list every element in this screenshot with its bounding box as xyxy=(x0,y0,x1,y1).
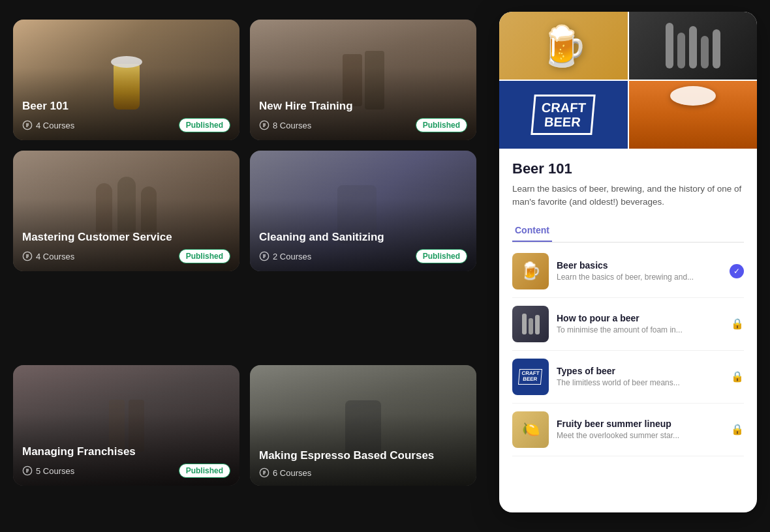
published-badge: Published xyxy=(179,464,230,478)
card-title: Beer 101 xyxy=(22,100,230,113)
card-title: Mastering Customer Service xyxy=(22,231,230,244)
lock-icon: 🔒 xyxy=(731,371,744,382)
card-espresso[interactable]: Making Espresso Based Courses 6 Courses xyxy=(250,365,476,486)
craft-beer-sign: CRAFTBEER xyxy=(531,95,596,135)
card-cleaning[interactable]: Cleaning and Sanitizing 2 Courses Publis… xyxy=(250,151,476,271)
lock-icon: 🔒 xyxy=(731,318,744,329)
courses-count: 2 Courses xyxy=(259,251,311,261)
content-item-desc: To minimise the amount of foam in... xyxy=(557,325,718,334)
card-footer: 6 Courses xyxy=(259,467,467,478)
courses-count: 5 Courses xyxy=(22,466,74,476)
bottom-card-row: Managing Franchises 5 Courses Published … xyxy=(13,365,476,486)
hero-image-craft-beer: CRAFTBEER xyxy=(499,81,628,149)
panel-tabs: Content xyxy=(512,220,744,243)
courses-count: 6 Courses xyxy=(259,467,311,478)
content-info: How to pour a beer To minimise the amoun… xyxy=(557,313,718,334)
courses-icon xyxy=(259,120,270,130)
craft-mini-sign: CRAFTBEER xyxy=(518,369,542,385)
courses-icon xyxy=(22,466,33,476)
panel-body: Beer 101 Learn the basics of beer, brewi… xyxy=(499,149,757,468)
published-badge: Published xyxy=(416,249,467,263)
content-item-name: Types of beer xyxy=(557,366,718,376)
published-badge: Published xyxy=(416,118,467,132)
card-footer: 4 Courses Published xyxy=(22,118,230,132)
panel-hero: 🍺 CRAFTBEER xyxy=(499,12,757,149)
thumb-beer-basics: 🍺 xyxy=(512,253,549,289)
content-list: 🍺 Beer basics Learn the basics of beer, … xyxy=(512,245,744,456)
content-item-types-of-beer[interactable]: CRAFTBEER Types of beer The limitless wo… xyxy=(512,351,744,404)
detail-panel: 🍺 CRAFTBEER Beer 101 Learn the basics of… xyxy=(499,12,757,512)
content-item-desc: The limitless world of beer means... xyxy=(557,378,718,387)
content-info: Fruity beer summer lineup Meet the overl… xyxy=(557,419,718,440)
published-badge: Published xyxy=(179,249,230,263)
check-icon: ✓ xyxy=(730,264,744,278)
beer-glass-emoji: 🍺 xyxy=(539,23,588,69)
content-item-name: Fruity beer summer lineup xyxy=(557,419,718,429)
content-item-how-to-pour[interactable]: How to pour a beer To minimise the amoun… xyxy=(512,298,744,351)
content-item-name: Beer basics xyxy=(557,260,716,271)
content-item-name: How to pour a beer xyxy=(557,313,718,323)
courses-count: 8 Courses xyxy=(259,120,311,130)
panel-description: Learn the basics of beer, brewing, and t… xyxy=(512,183,744,209)
content-status-lock: 🔒 xyxy=(731,370,744,383)
foam-visual xyxy=(670,86,716,106)
card-footer: 4 Courses Published xyxy=(22,249,230,263)
content-info: Types of beer The limitless world of bee… xyxy=(557,366,718,387)
card-customer[interactable]: Mastering Customer Service 4 Courses Pub… xyxy=(13,151,239,271)
courses-count: 4 Courses xyxy=(22,120,74,130)
content-status-check: ✓ xyxy=(730,264,744,278)
course-grid: Beer 101 4 Courses Published New Hire Tr… xyxy=(13,20,476,271)
content-status-lock: 🔒 xyxy=(731,318,744,330)
content-item-fruity-beer[interactable]: 🍋 Fruity beer summer lineup Meet the ove… xyxy=(512,404,744,456)
hero-image-beer-foam xyxy=(629,81,758,149)
content-item-desc: Meet the overlooked summer star... xyxy=(557,431,718,440)
content-status-lock: 🔒 xyxy=(731,423,744,436)
hero-image-beer-glass: 🍺 xyxy=(499,12,628,80)
card-title: Cleaning and Sanitizing xyxy=(259,231,467,244)
card-title: Managing Franchises xyxy=(22,445,230,458)
courses-icon xyxy=(259,467,270,478)
thumb-fruity: 🍋 xyxy=(512,411,549,448)
tap-display xyxy=(666,23,720,68)
card-franchise[interactable]: Managing Franchises 5 Courses Published xyxy=(13,365,239,486)
panel-title: Beer 101 xyxy=(512,160,744,177)
published-badge: Published xyxy=(179,118,230,132)
courses-icon xyxy=(22,251,33,261)
content-item-beer-basics[interactable]: 🍺 Beer basics Learn the basics of beer, … xyxy=(512,245,744,298)
content-info: Beer basics Learn the basics of beer, br… xyxy=(557,260,716,282)
thumb-types: CRAFTBEER xyxy=(512,359,549,395)
tab-content[interactable]: Content xyxy=(512,220,552,242)
card-title: New Hire Training xyxy=(259,100,467,113)
card-footer: 2 Courses Published xyxy=(259,249,467,263)
content-item-desc: Learn the basics of beer, brewing and... xyxy=(557,273,716,282)
thumb-pour xyxy=(512,306,549,342)
courses-icon xyxy=(259,251,270,261)
hero-image-taps xyxy=(629,12,758,80)
card-newhire[interactable]: New Hire Training 8 Courses Published xyxy=(250,20,476,140)
lock-icon: 🔒 xyxy=(731,424,744,435)
card-footer: 5 Courses Published xyxy=(22,464,230,478)
card-beer101[interactable]: Beer 101 4 Courses Published xyxy=(13,20,239,140)
courses-count: 4 Courses xyxy=(22,251,74,261)
card-title: Making Espresso Based Courses xyxy=(259,449,467,462)
courses-icon xyxy=(22,120,33,130)
card-footer: 8 Courses Published xyxy=(259,118,467,132)
